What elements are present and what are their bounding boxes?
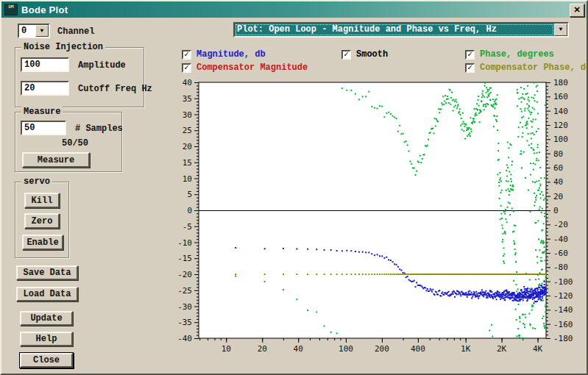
checkbox-check-icon[interactable]: ✓ [465, 63, 475, 73]
enable-button[interactable]: Enable [22, 235, 63, 250]
checkbox-check-icon[interactable]: ✓ [182, 50, 191, 60]
svg-text:-15: -15 [177, 254, 192, 263]
cutoff-freq-label: Cutoff Freq Hz [78, 84, 152, 94]
svg-text:200: 200 [375, 344, 389, 354]
chevron-down-icon[interactable]: ▼ [35, 25, 49, 37]
svg-text:0: 0 [187, 206, 192, 215]
phase-checkbox[interactable]: ✓ Phase, degrees [465, 49, 554, 60]
plot-type-select[interactable]: Plot: Open Loop - Magnitude and Phase vs… [233, 22, 569, 38]
svg-text:-120: -120 [553, 291, 573, 301]
svg-text:140: 140 [553, 107, 568, 116]
servo-legend: servo [21, 176, 52, 187]
svg-text:10: 10 [183, 174, 192, 184]
close-icon[interactable]: ✕ [570, 4, 584, 17]
svg-text:25: 25 [183, 126, 192, 135]
svg-text:20: 20 [553, 192, 563, 201]
svg-text:40: 40 [553, 177, 563, 187]
bode-plot-canvas: -40-35-30-25-20-15-10-50510152025303540-… [174, 75, 588, 363]
svg-text:2K: 2K [497, 344, 507, 354]
magnitude-checkbox[interactable]: ✓ Magnitude, db [182, 49, 266, 60]
amplitude-field[interactable]: 100 [21, 57, 69, 72]
svg-text:60: 60 [553, 163, 563, 173]
svg-text:20: 20 [258, 344, 267, 354]
noise-injection-group: Noise Injection [15, 47, 144, 107]
measure-legend: Measure [21, 107, 63, 117]
app-icon: DM [4, 4, 18, 15]
window-title: Bode Plot [21, 4, 68, 15]
svg-text:-20: -20 [553, 220, 568, 229]
svg-text:4K: 4K [533, 344, 543, 354]
measure-button[interactable]: Measure [22, 152, 90, 168]
title-bar[interactable]: DM Bode Plot ✕ [1, 1, 587, 18]
compensator-magnitude-checkbox[interactable]: ✓ Compensator Magnitude [182, 63, 308, 73]
svg-text:5: 5 [187, 190, 192, 199]
phase-checkbox-label: Phase, degrees [480, 49, 554, 60]
plot-type-value: Plot: Open Loop - Magnitude and Phase vs… [235, 24, 554, 36]
svg-text:-40: -40 [553, 235, 568, 244]
svg-text:-60: -60 [553, 249, 568, 258]
channel-value: 0 [19, 25, 35, 37]
update-button[interactable]: Update [20, 311, 73, 326]
checkbox-check-icon[interactable]: ✓ [341, 50, 351, 60]
svg-text:-80: -80 [553, 262, 568, 272]
noise-injection-legend: Noise Injection [21, 42, 105, 52]
save-data-button[interactable]: Save Data [16, 265, 78, 280]
svg-text:1K: 1K [461, 344, 471, 354]
kill-button[interactable]: Kill [24, 193, 60, 208]
smooth-checkbox-label: Smooth [356, 49, 388, 60]
svg-text:-140: -140 [553, 305, 573, 315]
amplitude-label: Amplitude [78, 60, 126, 71]
progress-text: 50/50 [62, 138, 88, 149]
help-button[interactable]: Help [20, 332, 73, 346]
samples-label: # Samples [75, 124, 123, 134]
magnitude-checkbox-label: Magnitude, db [196, 49, 266, 60]
channel-label: Channel [57, 26, 94, 37]
svg-text:120: 120 [553, 121, 568, 130]
svg-text:-25: -25 [177, 286, 192, 296]
close-button[interactable]: Close [20, 353, 73, 368]
checkbox-check-icon[interactable]: ✓ [182, 63, 191, 73]
chevron-down-icon[interactable]: ▼ [554, 24, 567, 36]
svg-text:15: 15 [183, 158, 192, 168]
svg-text:180: 180 [553, 78, 568, 88]
svg-text:-180: -180 [553, 334, 573, 343]
svg-text:-5: -5 [183, 222, 192, 232]
svg-text:35: 35 [183, 94, 192, 104]
svg-text:10: 10 [222, 344, 231, 354]
channel-select[interactable]: 0 ▼ [18, 24, 50, 38]
svg-text:40: 40 [183, 78, 192, 88]
compensator-magnitude-checkbox-label: Compensator Magnitude [196, 63, 308, 73]
svg-text:-20: -20 [177, 270, 192, 279]
bode-plot-window: DM Bode Plot ✕ 0 ▼ Channel Plot: Open Lo… [0, 0, 588, 375]
svg-text:20: 20 [183, 142, 192, 151]
svg-text:-100: -100 [553, 277, 573, 287]
smooth-checkbox[interactable]: ✓ Smooth [341, 49, 388, 60]
samples-field[interactable]: 50 [21, 121, 66, 135]
cutoff-freq-field[interactable]: 20 [21, 81, 69, 96]
svg-text:40: 40 [294, 344, 303, 354]
svg-text:100: 100 [339, 344, 353, 354]
svg-text:-10: -10 [177, 238, 192, 248]
svg-text:160: 160 [553, 92, 568, 101]
svg-text:-30: -30 [177, 302, 192, 312]
checkbox-check-icon[interactable]: ✓ [465, 50, 475, 60]
svg-text:80: 80 [553, 149, 563, 159]
zero-button[interactable]: Zero [24, 213, 60, 229]
load-data-button[interactable]: Load Data [16, 287, 78, 301]
svg-text:30: 30 [183, 110, 192, 120]
svg-text:0: 0 [553, 206, 559, 215]
compensator-phase-checkbox[interactable]: ✓ Compensator Phase, deg [465, 63, 588, 73]
svg-text:-40: -40 [177, 334, 192, 343]
svg-text:400: 400 [411, 344, 425, 354]
svg-text:-160: -160 [553, 320, 573, 329]
svg-text:100: 100 [553, 135, 568, 144]
svg-text:-35: -35 [177, 318, 192, 327]
compensator-phase-checkbox-label: Compensator Phase, deg [480, 63, 588, 73]
